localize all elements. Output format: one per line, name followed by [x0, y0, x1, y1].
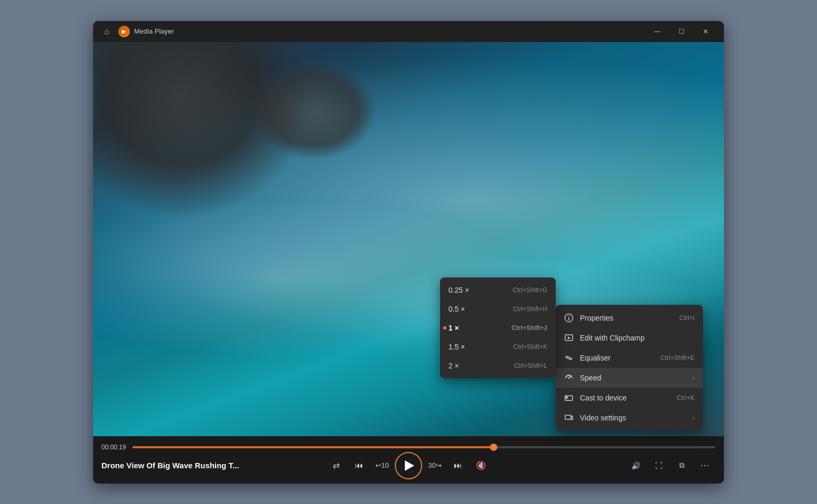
progress-thumb[interactable] [490, 444, 497, 451]
video-settings-arrow: › [692, 414, 695, 421]
controls-row: Drone View Of Big Wave Rushing T... ⇄ ⏮ … [101, 455, 716, 476]
speed-icon [564, 373, 574, 383]
svg-rect-10 [565, 415, 571, 419]
speed-submenu: 0.25 × Ctrl+Shift+G 0.5 × Ctrl+Shift+H 1… [440, 277, 556, 378]
progress-filled [132, 446, 494, 448]
svg-point-4 [567, 357, 568, 358]
menu-item-properties[interactable]: Properties Ctrl+I [556, 308, 703, 328]
cast-icon [564, 393, 574, 403]
progress-track[interactable] [132, 446, 716, 448]
more-button[interactable]: ··· [695, 455, 716, 476]
menu-item-equaliser[interactable]: Equaliser Ctrl+Shift+E [556, 348, 703, 368]
maximize-button[interactable]: ☐ [669, 23, 693, 40]
app-icon: ▶ [118, 26, 130, 37]
svg-point-9 [565, 398, 566, 399]
forward-button[interactable]: 30↪ [424, 455, 445, 476]
shuffle-button[interactable]: ⇄ [325, 455, 346, 476]
controls-bar: 00:00:19 Drone View Of Big Wave Rushing … [93, 436, 724, 484]
media-player-window: ⌂ ▶ Media Player — ☐ ✕ 00:00:19 Drone Vi… [93, 21, 724, 484]
svg-point-5 [570, 357, 571, 358]
miniplayer-button[interactable]: ⧉ [671, 455, 692, 476]
video-settings-label: Video settings [580, 414, 686, 422]
right-controls: 🔊 ⛶ ⧉ ··· [625, 455, 716, 476]
active-indicator [443, 326, 446, 330]
fullscreen-button[interactable]: ⛶ [648, 455, 669, 476]
properties-label: Properties [580, 314, 673, 322]
menu-item-clipchamp[interactable]: Edit with Clipchamp [556, 328, 703, 348]
equaliser-label: Equaliser [580, 354, 654, 362]
equaliser-icon [564, 353, 574, 363]
cast-label: Cast to device [580, 394, 670, 402]
minimize-button[interactable]: — [645, 23, 669, 40]
rewind-button[interactable]: ↩10 [372, 455, 393, 476]
menu-item-video-settings[interactable]: Video settings › [556, 408, 703, 428]
cast-shortcut: Ctrl+K [677, 394, 695, 402]
equaliser-shortcut: Ctrl+Shift+E [660, 354, 695, 362]
speed-arrow: › [692, 374, 695, 382]
current-time: 00:00:19 [101, 444, 126, 451]
rocks-overlay-2 [251, 61, 377, 160]
playback-controls: ⇄ ⏮ ↩10 30↪ ⏭ 🔇 [325, 452, 492, 479]
progress-bar-area: 00:00:19 [101, 444, 716, 451]
speed-2[interactable]: 2 × Ctrl+Shift+L [440, 356, 556, 375]
volume-button[interactable]: 🔊 [625, 455, 646, 476]
titlebar: ⌂ ▶ Media Player — ☐ ✕ [93, 21, 724, 42]
speed-1[interactable]: 1 × Ctrl+Shift+J [440, 318, 556, 337]
svg-point-7 [568, 377, 570, 378]
close-button[interactable]: ✕ [693, 23, 718, 40]
properties-shortcut: Ctrl+I [679, 314, 695, 322]
clipchamp-label: Edit with Clipchamp [580, 334, 688, 342]
speed-0.5[interactable]: 0.5 × Ctrl+Shift+H [440, 300, 556, 318]
window-controls: — ☐ ✕ [645, 23, 718, 40]
svg-point-2 [568, 315, 569, 316]
menu-item-speed[interactable]: Speed › [556, 368, 703, 388]
play-pause-button[interactable] [395, 452, 422, 479]
speed-label: Speed [580, 374, 686, 382]
properties-icon [564, 313, 574, 323]
context-menu: Properties Ctrl+I Edit with Clipchamp [556, 305, 703, 431]
mute-button[interactable]: 🔇 [471, 455, 492, 476]
speed-1.5[interactable]: 1.5 × Ctrl+Shift+K [440, 337, 556, 356]
next-button[interactable]: ⏭ [447, 455, 468, 476]
speed-0.25[interactable]: 0.25 × Ctrl+Shift+G [440, 281, 556, 300]
home-button[interactable]: ⌂ [99, 24, 114, 39]
clipchamp-icon [564, 333, 574, 343]
previous-button[interactable]: ⏮ [349, 455, 370, 476]
menu-item-cast[interactable]: Cast to device Ctrl+K [556, 388, 703, 408]
video-settings-icon [564, 413, 574, 423]
window-title: Media Player [134, 27, 641, 35]
